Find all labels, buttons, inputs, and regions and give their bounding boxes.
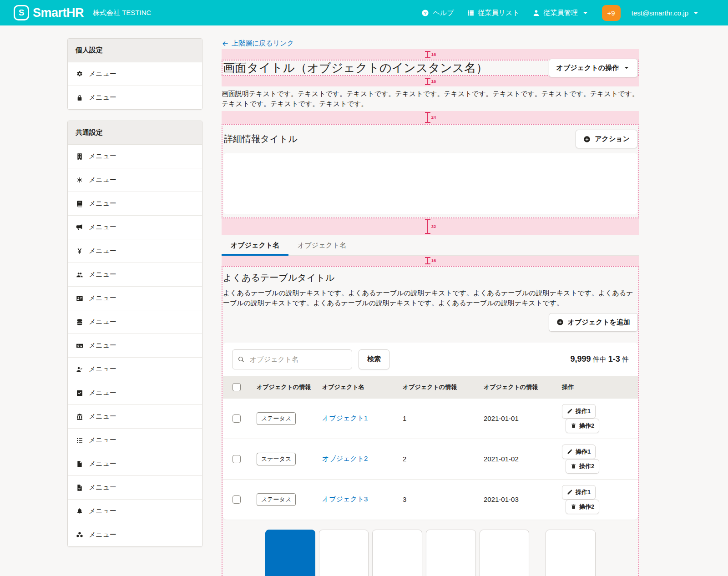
spacing-annotation: 16 [222, 49, 639, 60]
plus-circle-icon [583, 136, 591, 143]
pagination: 1 2 3 [222, 530, 638, 576]
users-icon [76, 271, 84, 278]
row-checkbox[interactable] [233, 455, 241, 463]
sidebar-item-label: メニュー [89, 531, 116, 539]
trash-icon [571, 463, 576, 469]
sidebar-item-menu[interactable]: メニュー [68, 428, 202, 452]
spacing-value: 16 [431, 79, 436, 84]
sidebar-item-menu[interactable]: メニュー [68, 192, 202, 215]
tab-object-2[interactable]: オブジェクト名 [288, 236, 355, 256]
delete-button[interactable]: 操作2 [566, 459, 599, 474]
spacing-ruler [425, 257, 430, 264]
object-info-cell: 1 [403, 398, 484, 439]
sidebar-item-menu[interactable]: メニュー [68, 286, 202, 310]
sidebar-item-label: メニュー [89, 70, 116, 78]
delete-button[interactable]: 操作2 [566, 419, 599, 433]
sidebar-item-label: メニュー [89, 294, 116, 303]
table-section: よくあるテーブルタイトル よくあるテーブルの説明テキストです。よくあるテーブルの… [222, 266, 639, 576]
add-object-button[interactable]: オブジェクトを追加 [549, 313, 638, 332]
pagination-button[interactable]: 99 [546, 530, 596, 576]
search-row: 検索 9,999 件中 1-3 件 [223, 343, 638, 376]
sidebar-item-label: メニュー [89, 318, 116, 326]
object-link[interactable]: オブジェクト3 [322, 495, 368, 503]
search-input[interactable] [232, 349, 352, 369]
sidebar-item-menu[interactable]: メニュー [68, 357, 202, 381]
smarthr-logo-icon: S [14, 5, 29, 20]
column-header: オブジェクトの情報 [403, 376, 484, 399]
sidebar-item-menu[interactable]: メニュー [68, 86, 202, 109]
pencil-icon [567, 449, 573, 455]
sidebar-item-menu[interactable]: メニュー [68, 239, 202, 263]
pencil-icon [567, 408, 573, 414]
header-nav-label: 従業員管理 [544, 9, 578, 17]
delete-button[interactable]: 操作2 [566, 500, 599, 514]
status-badge: ステータス [257, 453, 296, 465]
sidebar-item-menu[interactable]: メニュー [68, 381, 202, 404]
spacing-value: 24 [431, 115, 436, 120]
sidebar-item-menu[interactable]: メニュー [68, 475, 202, 499]
landmark-icon [76, 413, 84, 420]
lock-icon [76, 94, 84, 101]
object-link[interactable]: オブジェクト1 [322, 414, 368, 422]
pencil-icon [567, 489, 573, 495]
pagination-button[interactable]: 2 [319, 530, 369, 576]
detail-section-title: 詳細情報タイトル [224, 133, 298, 145]
row-checkbox[interactable] [233, 495, 241, 504]
header-nav-item[interactable]: 従業員管理 [532, 9, 589, 17]
object-actions-button[interactable]: オブジェクトの操作 [549, 59, 638, 77]
spacing-value: 16 [431, 258, 436, 263]
select-all-checkbox[interactable] [233, 383, 241, 391]
pagination-button[interactable]: 3 [372, 530, 422, 576]
sidebar-item-menu[interactable]: メニュー [68, 452, 202, 475]
pagination-button[interactable]: 1 [265, 530, 315, 576]
caret-down-icon [581, 9, 589, 17]
sidebar: 個人設定 メニュー メニュー 共通設定 [67, 38, 202, 558]
pagination-button[interactable]: 5 [480, 530, 530, 576]
header-nav-item[interactable]: 従業員リスト [467, 9, 520, 17]
tab-object-1[interactable]: オブジェクト名 [222, 236, 288, 256]
sidebar-item-menu[interactable]: メニュー [68, 404, 202, 428]
notification-badge[interactable]: +9 [602, 5, 621, 21]
id-card-icon [76, 295, 84, 302]
edit-button[interactable]: 操作1 [562, 404, 596, 419]
column-header: オブジェクト名 [322, 376, 403, 399]
sidebar-item-menu[interactable]: メニュー [68, 145, 202, 168]
sidebar-item-menu[interactable]: メニュー [68, 215, 202, 239]
sidebar-item-menu[interactable]: メニュー [68, 310, 202, 333]
sidebar-item-label: メニュー [89, 507, 116, 515]
account-menu[interactable]: test@smarthr.co.jp [632, 9, 700, 17]
asterisk-icon [76, 177, 84, 184]
sidebar-item-menu[interactable]: メニュー [68, 168, 202, 192]
page-description: 画面説明テキストです。テキストです。テキストです。テキストです。テキストです。テ… [222, 89, 639, 109]
back-link[interactable]: 上階層に戻るリンク [222, 39, 294, 48]
sidebar-item-menu[interactable]: メニュー [68, 263, 202, 286]
edit-button[interactable]: 操作1 [562, 445, 596, 459]
search-field [232, 349, 352, 369]
page: S SmartHR 株式会社 TESTINC ? ヘルプ 従業員リスト 従業員管… [0, 0, 728, 576]
object-info-cell: 2021-01-01 [484, 398, 562, 439]
sidebar-group-personal: 個人設定 メニュー メニュー [67, 38, 202, 110]
action-button[interactable]: アクション [576, 130, 637, 148]
header-nav-label: 従業員リスト [478, 9, 520, 17]
object-link[interactable]: オブジェクト2 [322, 455, 368, 462]
object-info-cell: 3 [403, 479, 484, 520]
bullhorn-icon [76, 224, 84, 231]
object-info-cell: 2 [403, 439, 484, 479]
list-icon [76, 437, 84, 444]
sidebar-item-menu[interactable]: メニュー [68, 62, 202, 86]
sidebar-item-menu[interactable]: メニュー [68, 523, 202, 546]
sidebar-item-menu[interactable]: メニュー [68, 333, 202, 357]
bell-icon [76, 508, 84, 515]
sidebar-item-menu[interactable]: メニュー [68, 499, 202, 523]
header-nav-item[interactable]: ? ヘルプ [421, 9, 454, 17]
row-checkbox[interactable] [233, 414, 241, 423]
arrow-left-icon [222, 40, 229, 47]
pagination-button[interactable]: 4 [426, 530, 476, 576]
search-button[interactable]: 検索 [359, 349, 389, 369]
edit-button[interactable]: 操作1 [562, 485, 596, 500]
sidebar-item-label: メニュー [89, 412, 116, 421]
sidebar-item-label: メニュー [89, 365, 116, 374]
sidebar-item-label: メニュー [89, 436, 116, 445]
spacing-ruler [425, 78, 430, 85]
sidebar-group-title: 共通設定 [68, 121, 202, 145]
